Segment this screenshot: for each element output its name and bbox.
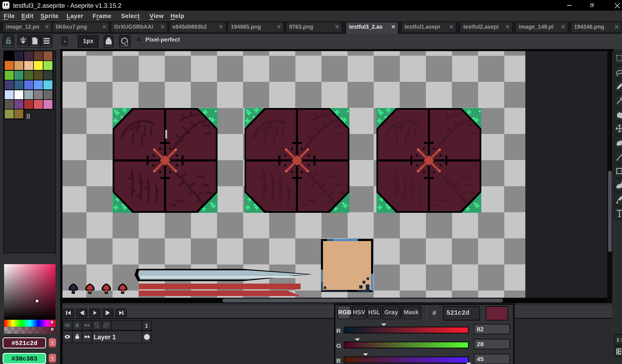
svg-text:1:: 1:	[616, 337, 622, 343]
svg-text:Layer 1: Layer 1	[94, 333, 116, 341]
svg-text:1: 1	[145, 323, 148, 329]
